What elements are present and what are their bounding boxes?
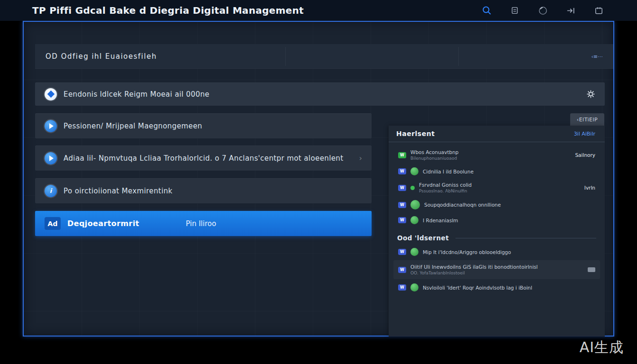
item-title: Mip It i'ldcdno/Ariggro oblooeldiggo <box>423 249 511 255</box>
list-item[interactable]: W I Rdenaniaslm <box>396 213 597 228</box>
item-title: Nsvloiloli 'ldert' Roqr Aoindvlsotb lag … <box>423 285 532 291</box>
status-dot <box>410 186 415 190</box>
panel-action-link[interactable]: 3il AiBilr <box>574 131 595 137</box>
menu-row-department-active[interactable]: Ad Deqjoeartormrit Pin Iliroo <box>35 211 372 236</box>
avatar <box>410 283 419 291</box>
list-item[interactable]: W Wbos Aconuavtbnp Bilenuphonuaniuoaod S… <box>396 146 597 164</box>
item-right-text: Sailnory <box>575 152 595 158</box>
list-item[interactable]: W Soupqoddiacnalhoqn onnllione <box>396 197 597 213</box>
window-icon[interactable] <box>593 5 604 16</box>
item-right-text: Ivrln <box>584 185 595 191</box>
item-title: Wbos Aconuavtbnp <box>410 149 459 155</box>
panel-body: W Wbos Aconuavtbnp Bilenuphonuaniuoaod S… <box>389 142 605 295</box>
titlebar-icons <box>482 0 604 21</box>
menu-row-label: Pessionen/ Mrijpeal Maegnongemeen <box>64 122 202 130</box>
thumbnail-placeholder <box>588 267 595 272</box>
w-badge-icon: W <box>398 249 406 255</box>
menu-row-secondary-label: Pin Iliroo <box>186 219 216 228</box>
header-divider <box>458 47 459 66</box>
page-header-label: OD Odfieg ihl Euaioesfileh <box>46 52 157 61</box>
item-title: I Rdenaniaslm <box>423 218 458 223</box>
panel-header: Haerlsent 3il AiBilr <box>389 126 605 142</box>
info-icon: i <box>45 185 57 197</box>
avatar <box>410 167 419 175</box>
app-title: TP Piffi Gdcal Bake d Diegria Digital Ma… <box>32 5 304 16</box>
w-badge-icon: W <box>398 267 406 273</box>
w-badge-icon: W <box>398 185 406 191</box>
panel-tab[interactable]: ‹ElTiElP <box>570 113 604 126</box>
menu-row-positional[interactable]: i Po oirctioiionat Mexmirentink <box>35 178 372 203</box>
sign-in-icon[interactable] <box>565 5 576 16</box>
menu-row-regions[interactable]: Eendonis ldlcek Reigm Moeai ail 000ne <box>35 82 605 106</box>
menu-row-label: Eendonis ldlcek Reigm Moeai ail 000ne <box>64 90 209 99</box>
item-title: Oiitif Uli Inewvdoilns GiS ilaGls iti bo… <box>410 264 538 270</box>
list-item[interactable]: W Mip It i'ldcdno/Ariggro oblooeldiggo <box>396 245 597 259</box>
list-item[interactable]: W Fsrvdnal Goniss colid Pssuoslnao. AbNi… <box>396 179 597 197</box>
section-divider <box>455 238 596 238</box>
menu-row-label: Adiaa lil- Npmvtuqa Lcliaa Trorhalorlcid… <box>64 154 344 163</box>
menu-row-label: Po oirctioiionat Mexmirentink <box>64 187 173 195</box>
panel-title: Haerlsent <box>396 130 435 137</box>
screen: TP Piffi Gdcal Bake d Diegria Digital Ma… <box>0 0 637 364</box>
w-badge-icon: W <box>398 168 406 174</box>
item-title: Cidnilia I ild Boolune <box>423 169 473 174</box>
avatar <box>410 200 420 209</box>
item-subtitle: Bilenuphonuaniuoaod <box>410 156 459 161</box>
section-title: Ood 'ldsernet <box>397 234 449 242</box>
menu-row-label: Deqjoeartormrit <box>67 219 139 228</box>
play-icon <box>45 120 57 132</box>
avatar <box>410 216 419 224</box>
list-item[interactable]: W Cidnilia I ild Boolune <box>396 164 597 179</box>
w-badge-icon: W <box>398 202 406 208</box>
play-icon <box>45 152 57 164</box>
page-header: OD Odfieg ihl Euaioesfileh ‹≡⋯ <box>35 44 613 69</box>
settings-gear-icon[interactable] <box>586 90 595 99</box>
main-frame: OD Odfieg ihl Euaioesfileh ‹≡⋯ Eendonis … <box>23 21 614 337</box>
w-badge-icon: W <box>398 217 406 223</box>
list-item[interactable]: W Oiitif Uli Inewvdoilns GiS ilaGls iti … <box>393 260 600 279</box>
ai-watermark: AI生成 <box>580 338 624 357</box>
ad-badge: Ad <box>45 217 61 230</box>
item-title: Soupqoddiacnalhoqn onnllione <box>424 202 501 208</box>
diamond-icon <box>45 88 57 100</box>
item-subtitle: Pssuoslnao. AbNinulfin <box>419 189 472 193</box>
avatar <box>410 248 419 256</box>
w-badge-icon: W <box>398 284 406 291</box>
section-header: Ood 'ldsernet <box>397 234 596 242</box>
document-icon[interactable] <box>510 5 520 16</box>
item-subtitle: OO. YofaTawlanblnlostoeil <box>410 271 538 275</box>
header-right-link[interactable]: ‹≡⋯ <box>591 54 603 60</box>
search-icon[interactable] <box>482 5 492 16</box>
moon-icon[interactable] <box>537 5 548 16</box>
w-badge-icon: W <box>398 152 406 158</box>
header-divider <box>285 47 286 66</box>
menu-row-sessions[interactable]: Pessionen/ Mrijpeal Maegnongemeen <box>35 113 372 138</box>
menu-row-management[interactable]: Adiaa lil- Npmvtuqa Lcliaa Trorhalorlcid… <box>35 146 372 171</box>
item-title: Fsrvdnal Goniss colid <box>419 182 472 188</box>
chevron-right-icon: › <box>359 154 362 163</box>
titlebar: TP Piffi Gdcal Bake d Diegria Digital Ma… <box>0 0 637 21</box>
list-item[interactable]: W Nsvloiloli 'ldert' Roqr Aoindvlsotb la… <box>396 280 597 295</box>
right-panel: Haerlsent 3il AiBilr W Wbos Aconuavtbnp … <box>389 126 605 337</box>
